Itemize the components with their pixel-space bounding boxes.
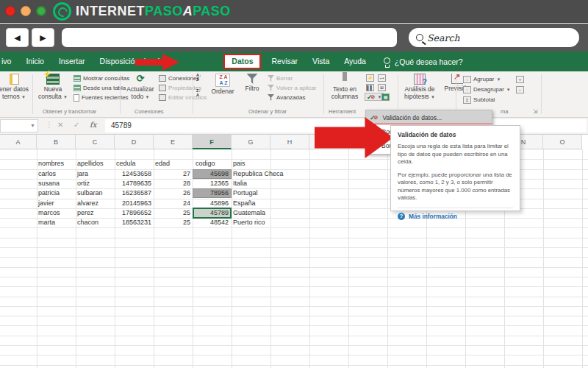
address-bar[interactable] <box>62 28 397 47</box>
cell-apellidos[interactable]: jara <box>77 169 113 179</box>
subtotal-button[interactable]: ΣSubtotal <box>463 96 495 104</box>
cell-pais[interactable]: Puerto rico <box>233 218 321 227</box>
cell-edad[interactable]: 26 <box>155 188 190 198</box>
cell-apellidos[interactable]: alvarez <box>77 199 113 208</box>
cell-nombres[interactable]: patricia <box>38 188 74 198</box>
cell-header-nombres[interactable]: nombres <box>38 159 74 169</box>
menu-item-validacion-de-datos[interactable]: ✓⊘ Validación de datos... <box>366 110 492 124</box>
cell-cedula[interactable]: 16236587 <box>116 188 151 198</box>
cell-pais[interactable]: Italia <box>233 179 321 188</box>
cell-apellidos[interactable]: ortiz <box>77 179 113 188</box>
name-box[interactable]: ▼ <box>0 119 38 132</box>
filtro-button[interactable]: Filtro <box>240 73 265 107</box>
cell-edad[interactable]: 28 <box>155 179 190 188</box>
column-header-E[interactable]: E <box>154 135 193 149</box>
column-header-O[interactable]: O <box>543 135 582 149</box>
column-header-G[interactable]: G <box>232 135 270 149</box>
analisis-de-hipotesis-button[interactable]: Análisis de hipótesis ▼ <box>400 73 440 107</box>
cell-codigo[interactable]: 45698 <box>194 169 229 179</box>
cell-codigo[interactable]: 78956 <box>194 188 229 198</box>
tab-insertar[interactable]: Insertar <box>51 52 93 71</box>
gridline <box>0 306 588 307</box>
cell-cedula[interactable]: 14789635 <box>116 179 151 188</box>
back-button[interactable]: ◀ <box>6 28 29 47</box>
cell-header-pais[interactable]: pais <box>233 159 321 169</box>
nueva-consulta-button[interactable]: Nueva consulta ▼ <box>35 73 71 107</box>
cell-nombres[interactable]: javier <box>38 199 74 208</box>
quitar-duplicados-button[interactable]: ▌▌ <box>366 83 374 91</box>
cell-edad[interactable]: 25 <box>155 218 190 227</box>
tab-inicio[interactable]: Inicio <box>18 52 51 71</box>
cell-edad[interactable]: 27 <box>155 169 190 179</box>
search-input[interactable]: Search <box>409 28 579 47</box>
cell-header-apellidos[interactable]: apellidos <box>77 159 113 169</box>
relaciones-button[interactable]: ⌐• <box>378 74 386 82</box>
cell-cedula[interactable]: 17896652 <box>116 208 151 218</box>
gridline <box>0 238 588 238</box>
cell-codigo[interactable]: 45789 <box>194 208 229 218</box>
close-window-button[interactable] <box>5 6 15 16</box>
mostrar-consultas-button[interactable]: Mostrar consultas <box>74 74 129 82</box>
cell-pais[interactable]: Republica Checa <box>233 169 321 179</box>
cell-codigo[interactable]: 12365 <box>194 179 229 188</box>
tab-revisar[interactable]: Revisar <box>264 52 305 71</box>
gridline <box>0 286 588 287</box>
column-header-C[interactable]: C <box>76 135 115 149</box>
zoom-window-button[interactable] <box>36 6 46 16</box>
column-header-F[interactable]: F <box>193 135 232 149</box>
dialog-launcher-icon[interactable]: ⇲ <box>533 108 538 115</box>
tab-ayuda[interactable]: Ayuda <box>337 52 373 71</box>
cell-pais[interactable]: España <box>233 199 321 208</box>
column-header-H[interactable]: H <box>270 135 309 149</box>
cell-cedula[interactable]: 20145963 <box>116 199 151 208</box>
cell-nombres[interactable]: susana <box>38 179 74 188</box>
cell-edad[interactable]: 25 <box>155 208 190 218</box>
cell-edad[interactable]: 24 <box>155 199 190 208</box>
column-header-B[interactable]: B <box>37 135 76 149</box>
cell-header-codigo[interactable]: codigo <box>196 159 229 169</box>
cell-pais[interactable]: Portugal <box>233 188 321 198</box>
avanzadas-button[interactable]: Avanzadas <box>268 93 305 102</box>
administrar-modelo-datos-button[interactable]: ▦ <box>381 93 390 101</box>
tab-archivo-partial[interactable]: ivo <box>0 52 18 71</box>
cell-header-edad[interactable]: edad <box>155 159 190 169</box>
tab-datos-active[interactable]: Datos <box>223 54 261 69</box>
desde-una-tabla-button[interactable]: Desde una tabla <box>74 84 126 92</box>
actualizar-todo-button[interactable]: ⟳ Actualizar todo ▼ <box>122 73 159 107</box>
ocultar-detalle-button[interactable]: − <box>516 85 524 93</box>
texto-en-columnas-button[interactable]: Texto en columnas <box>326 73 363 107</box>
agrupar-button[interactable]: ⫶Agrupar▼ <box>463 75 501 83</box>
cell-cedula[interactable]: 12453658 <box>116 169 151 179</box>
cell-nombres[interactable]: carlos <box>38 169 74 179</box>
mas-informacion-link[interactable]: ? Más información <box>398 213 513 220</box>
cell-pais[interactable]: Guatemala <box>233 208 321 218</box>
gridline <box>0 277 588 277</box>
cell-cedula[interactable]: 18563231 <box>116 218 151 227</box>
tell-me-box[interactable]: ¿Qué desea hacer? <box>373 57 463 66</box>
sort-asc-button[interactable]: A↓Z <box>196 74 201 82</box>
name-box-dropdown-icon[interactable]: ▼ <box>30 123 35 128</box>
cancel-entry-button[interactable]: ✕ <box>57 121 63 129</box>
desagrupar-button[interactable]: ⫶Desagrupar▼ <box>463 85 511 93</box>
tab-vista[interactable]: Vista <box>305 52 337 71</box>
confirm-entry-button[interactable]: ✓ <box>74 121 79 129</box>
ordenar-button[interactable]: Z AA Z Ordenar <box>207 73 238 107</box>
relleno-rapido-button[interactable]: ⚡ <box>366 74 374 82</box>
forward-button[interactable]: ▶ <box>32 28 54 47</box>
consolidar-button[interactable]: ⊞ <box>378 83 386 91</box>
cell-codigo[interactable]: 48542 <box>194 218 229 227</box>
obtener-datos-externos-button[interactable]: ener datos ternos ▼ <box>0 73 32 107</box>
mostrar-detalle-button[interactable]: + <box>516 75 524 83</box>
cell-nombres[interactable]: marta <box>38 218 74 227</box>
cell-nombres[interactable]: marcos <box>38 208 74 218</box>
cell-apellidos[interactable]: chacon <box>77 218 113 227</box>
minimize-window-button[interactable] <box>21 6 31 16</box>
column-header-A[interactable]: A <box>0 135 37 149</box>
cell-codigo[interactable]: 45896 <box>194 199 229 208</box>
cell-apellidos[interactable]: sulbaran <box>77 188 113 198</box>
insert-function-button[interactable]: fx <box>90 121 96 129</box>
sort-desc-button[interactable]: Z↓A <box>196 89 201 97</box>
column-header-D[interactable]: D <box>115 135 154 149</box>
cell-header-cedula[interactable]: cedula <box>116 159 151 169</box>
cell-apellidos[interactable]: perez <box>77 208 113 218</box>
